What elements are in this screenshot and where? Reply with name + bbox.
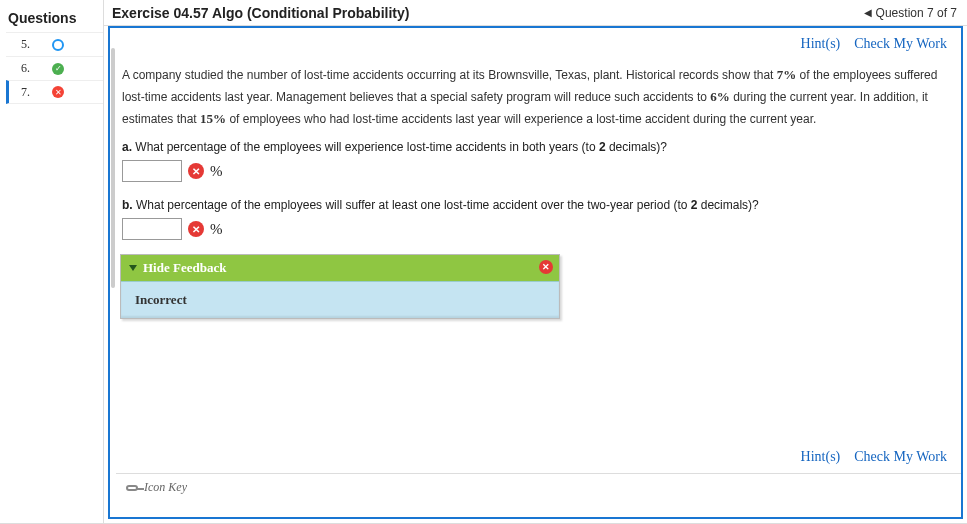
question-number: 5. xyxy=(12,37,30,52)
content-frame: Hint(s) Check My Work A company studied … xyxy=(108,26,963,519)
scroll-area[interactable]: Hint(s) Check My Work A company studied … xyxy=(116,28,961,517)
hints-link[interactable]: Hint(s) xyxy=(801,449,841,465)
incorrect-icon: ✕ xyxy=(188,221,204,237)
icon-key-label[interactable]: Icon Key xyxy=(144,480,187,495)
feedback-toggle-label: Hide Feedback xyxy=(143,260,226,276)
chevron-left-icon[interactable]: ◀ xyxy=(864,7,872,18)
answer-row-b: ✕ % xyxy=(116,214,961,250)
title-bar: Exercise 04.57 Algo (Conditional Probabi… xyxy=(104,0,967,26)
question-sidebar: Questions 5. 6. ✓ 7. ✕ xyxy=(0,0,104,523)
key-icon xyxy=(126,485,138,491)
exercise-title: Exercise 04.57 Algo (Conditional Probabi… xyxy=(104,5,864,21)
hints-link[interactable]: Hint(s) xyxy=(801,36,841,52)
collapse-triangle-icon xyxy=(129,265,137,271)
page-root: Questions 5. 6. ✓ 7. ✕ Exercise 04.57 Al… xyxy=(0,0,967,524)
problem-statement: A company studied the number of lost-tim… xyxy=(116,60,961,134)
footer-bar: Icon Key xyxy=(116,473,961,501)
status-unattempted-icon xyxy=(52,39,64,51)
status-correct-icon: ✓ xyxy=(52,63,64,75)
question-number: 7. xyxy=(12,85,30,100)
status-incorrect-icon: ✕ xyxy=(52,86,64,98)
question-pager[interactable]: ◀ Question 7 of 7 xyxy=(864,6,967,20)
check-work-link[interactable]: Check My Work xyxy=(854,36,947,52)
pager-label: Question 7 of 7 xyxy=(876,6,957,20)
answer-row-a: ✕ % xyxy=(116,156,961,192)
scrollbar[interactable] xyxy=(111,48,115,288)
sidebar-item-q7[interactable]: 7. ✕ xyxy=(6,80,103,104)
question-number: 6. xyxy=(12,61,30,76)
sidebar-item-q6[interactable]: 6. ✓ xyxy=(6,56,103,80)
feedback-body: Incorrect xyxy=(121,281,559,318)
question-b: b. What percentage of the employees will… xyxy=(116,192,961,214)
answer-input-b[interactable] xyxy=(122,218,182,240)
question-a: a. What percentage of the employees will… xyxy=(116,134,961,156)
spacer xyxy=(116,321,961,441)
incorrect-icon: ✕ xyxy=(188,163,204,179)
main-panel: Exercise 04.57 Algo (Conditional Probabi… xyxy=(104,0,967,523)
sidebar-header: Questions xyxy=(6,6,103,32)
close-icon[interactable]: ✕ xyxy=(539,260,553,274)
bottom-toolbar: Hint(s) Check My Work xyxy=(116,441,961,473)
unit-label: % xyxy=(210,163,223,180)
check-work-link[interactable]: Check My Work xyxy=(854,449,947,465)
sidebar-item-q5[interactable]: 5. xyxy=(6,32,103,56)
feedback-header[interactable]: Hide Feedback ✕ xyxy=(121,255,559,281)
unit-label: % xyxy=(210,221,223,238)
feedback-panel: Hide Feedback ✕ Incorrect xyxy=(120,254,560,319)
answer-input-a[interactable] xyxy=(122,160,182,182)
top-toolbar: Hint(s) Check My Work xyxy=(116,28,961,60)
